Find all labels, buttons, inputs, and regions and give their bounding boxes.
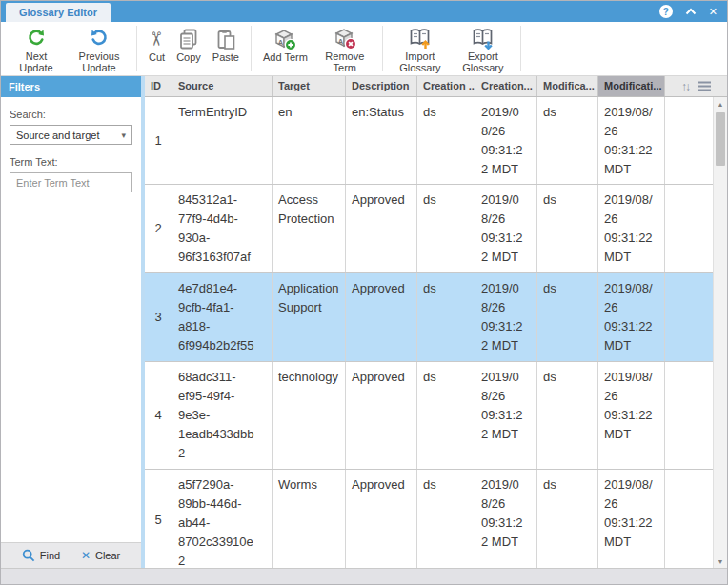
filters-panel-header: Filters bbox=[1, 76, 141, 97]
svg-text:A: A bbox=[278, 37, 284, 46]
cell-creation-date: 2019/08/26 09:31:22 MDT bbox=[475, 470, 537, 568]
column-menu-icon[interactable] bbox=[698, 81, 711, 91]
cell-description: Approved bbox=[346, 185, 417, 272]
table-row[interactable]: 2 845312a1-77f9-4d4b-930a-96f3163f07af A… bbox=[145, 185, 727, 273]
column-header-modification-user[interactable]: Modifica... bbox=[537, 76, 598, 96]
table-header-tools: ↑↓ bbox=[665, 76, 727, 96]
clear-label: Clear bbox=[95, 550, 120, 561]
search-scope-select[interactable]: Source and target ▾ bbox=[10, 125, 132, 145]
tab-label: Glossary Editor bbox=[19, 7, 97, 18]
cell-modification-date: 2019/08/26 09:31:22 MDT bbox=[598, 273, 665, 361]
cell-modification-date: 2019/08/26 09:31:22 MDT bbox=[598, 362, 665, 469]
book-import-icon bbox=[408, 26, 433, 50]
cell-modification-date: 2019/08/26 09:31:22 MDT bbox=[598, 185, 665, 272]
scrollbar-thumb[interactable] bbox=[716, 112, 725, 166]
help-icon[interactable]: ? bbox=[659, 5, 673, 18]
toolbar-label: Paste bbox=[212, 51, 239, 63]
toolbar-label: Previous Update bbox=[73, 50, 125, 73]
cell-creation-date: 2019/08/26 09:31:22 MDT bbox=[475, 362, 537, 469]
glossary-table: ID Source Target Description Creation ..… bbox=[145, 76, 727, 568]
table-row[interactable]: 4 68adc311-ef95-49f4-9e3e-1eadb433dbb2 t… bbox=[145, 362, 727, 470]
cell-creation-date: 2019/08/26 09:31:22 MDT bbox=[475, 273, 537, 361]
book-export-icon bbox=[471, 26, 495, 50]
cell-creation-user: ds bbox=[417, 362, 475, 469]
cube-add-icon: A bbox=[273, 26, 297, 51]
clear-x-icon: ✕ bbox=[81, 549, 91, 562]
table-row[interactable]: 5 a5f7290a-89bb-446d-ab44-8702c33910e2 W… bbox=[145, 470, 727, 568]
cell-description: en:Status bbox=[346, 97, 417, 184]
toolbar-separator bbox=[251, 26, 252, 71]
toolbar-separator bbox=[136, 26, 137, 71]
cell-id: 1 bbox=[145, 97, 172, 184]
cell-description: Approved bbox=[346, 470, 417, 568]
toolbar-label: Cut bbox=[149, 51, 165, 63]
toolbar-separator bbox=[382, 26, 383, 71]
column-header-description[interactable]: Description bbox=[346, 76, 417, 96]
table-row[interactable]: 1 TermEntryID en en:Status ds 2019/08/26… bbox=[145, 97, 727, 185]
cell-id: 4 bbox=[145, 362, 172, 469]
cell-modification-user: ds bbox=[537, 185, 598, 272]
cell-target: Application Support bbox=[273, 273, 346, 361]
add-term-button[interactable]: A Add Term bbox=[258, 24, 313, 73]
term-text-input[interactable] bbox=[10, 172, 132, 192]
copy-icon bbox=[177, 26, 200, 51]
export-glossary-button[interactable]: Export Glossary bbox=[453, 24, 514, 73]
cell-target: en bbox=[273, 97, 346, 184]
vertical-scrollbar[interactable]: ▲ ▼ bbox=[713, 97, 727, 568]
import-glossary-button[interactable]: Import Glossary bbox=[390, 24, 451, 73]
next-update-button[interactable]: Next Update bbox=[6, 24, 67, 73]
cell-source: TermEntryID bbox=[172, 97, 273, 184]
search-label: Search: bbox=[10, 109, 132, 120]
toolbar-label: Copy bbox=[176, 51, 201, 63]
close-icon[interactable]: ✕ bbox=[709, 7, 718, 17]
cell-id: 5 bbox=[145, 470, 172, 568]
refresh-forward-icon bbox=[25, 26, 48, 50]
toolbar-label: Import Glossary bbox=[394, 50, 446, 73]
column-header-creation-user[interactable]: Creation ... bbox=[417, 76, 475, 96]
refresh-back-icon bbox=[88, 26, 111, 50]
cell-creation-user: ds bbox=[417, 273, 475, 361]
term-text-label: Term Text: bbox=[10, 156, 132, 168]
toolbar-label: Next Update bbox=[10, 50, 62, 73]
copy-button[interactable]: Copy bbox=[172, 24, 206, 73]
previous-update-button[interactable]: Previous Update bbox=[69, 24, 130, 73]
cell-modification-user: ds bbox=[537, 97, 598, 184]
find-button[interactable]: Find bbox=[22, 549, 60, 562]
cell-creation-date: 2019/08/26 09:31:22 MDT bbox=[475, 185, 537, 272]
tab-glossary-editor[interactable]: Glossary Editor bbox=[6, 3, 111, 22]
cell-description: Approved bbox=[346, 362, 417, 469]
collapse-icon[interactable] bbox=[685, 8, 697, 15]
cell-target: Access Protection bbox=[273, 185, 346, 272]
filters-panel-body: Search: Source and target ▾ Term Text: bbox=[1, 97, 141, 542]
clear-button[interactable]: ✕ Clear bbox=[81, 549, 120, 562]
column-header-modification-date[interactable]: Modificati... bbox=[598, 76, 665, 96]
cell-modification-user: ds bbox=[537, 362, 598, 469]
bottom-status-bar bbox=[1, 568, 727, 584]
main-area: Filters Search: Source and target ▾ Term… bbox=[1, 76, 727, 568]
paste-icon bbox=[214, 26, 237, 51]
table-header-row: ID Source Target Description Creation ..… bbox=[145, 76, 727, 97]
cut-button[interactable]: ✂ Cut bbox=[144, 24, 170, 73]
remove-term-button[interactable]: A Remove Term bbox=[314, 24, 375, 73]
cube-remove-icon: A bbox=[333, 26, 357, 50]
sort-icon[interactable]: ↑↓ bbox=[681, 80, 689, 93]
glossary-editor-window: Glossary Editor ? ✕ Next Update Previous… bbox=[0, 0, 728, 585]
scissors-icon: ✂ bbox=[149, 26, 165, 51]
search-scope-value: Source and target bbox=[16, 130, 99, 141]
cell-description: Approved bbox=[346, 273, 417, 361]
scroll-up-arrow-icon[interactable]: ▲ bbox=[714, 97, 727, 111]
toolbar-label: Add Term bbox=[263, 51, 308, 63]
cell-source: a5f7290a-89bb-446d-ab44-8702c33910e2 bbox=[172, 470, 273, 568]
toolbar: Next Update Previous Update ✂ Cut Copy P… bbox=[1, 22, 727, 76]
filters-panel-footer: Find ✕ Clear bbox=[1, 542, 141, 568]
cell-target: technology bbox=[273, 362, 346, 469]
search-icon bbox=[22, 549, 35, 562]
scroll-down-arrow-icon[interactable]: ▼ bbox=[714, 555, 727, 568]
column-header-target[interactable]: Target bbox=[273, 76, 346, 96]
table-row-selected[interactable]: 3 4e7d81e4-9cfb-4fa1-a818-6f994b2b2f55 A… bbox=[145, 273, 727, 362]
column-header-source[interactable]: Source bbox=[172, 76, 273, 96]
column-header-id[interactable]: ID bbox=[145, 76, 172, 96]
paste-button[interactable]: Paste bbox=[208, 24, 244, 73]
column-header-creation-date[interactable]: Creation... bbox=[475, 76, 537, 96]
svg-text:A: A bbox=[338, 37, 344, 46]
